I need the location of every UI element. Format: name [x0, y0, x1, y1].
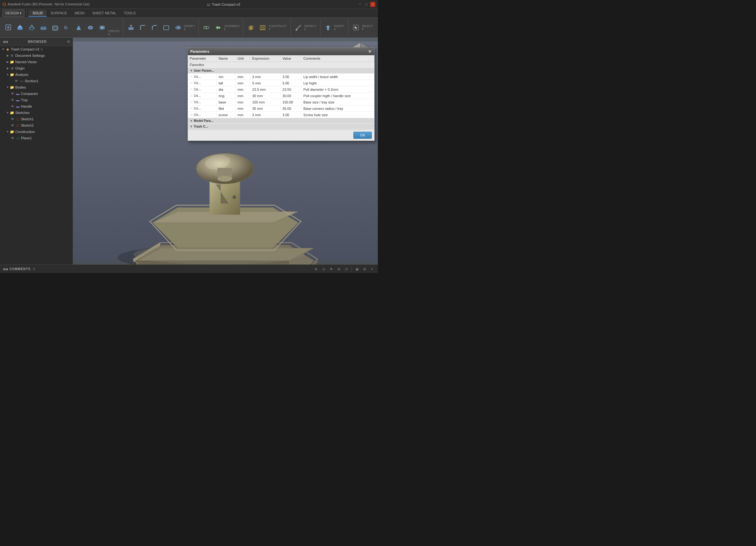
viewport[interactable]: Parameters ✕ Parameter Name Unit Express…	[73, 38, 378, 264]
collapse-icon[interactable]: ◀◀	[3, 40, 8, 44]
measure-button[interactable]	[293, 20, 304, 36]
tree-item-construction[interactable]: ▼ 📁 Construction	[0, 128, 73, 135]
bodies-expand-icon[interactable]: ▼	[6, 86, 10, 89]
param-base-comment[interactable]: Base size / tray size	[301, 99, 374, 105]
param-screw-star[interactable]: ☆ Us...	[188, 112, 216, 118]
param-screw-expr[interactable]: 3 mm	[250, 112, 280, 118]
param-tall-name[interactable]: tall	[216, 80, 235, 86]
midplane-button[interactable]	[257, 20, 268, 36]
tab-mesh[interactable]: MESH	[71, 10, 89, 17]
tab-tools[interactable]: TOOLS	[120, 10, 139, 17]
tree-item-document-settings[interactable]: ▶ ⚙ Document Settings	[0, 52, 73, 59]
tree-item-handle[interactable]: 👁 ▬ Handle	[0, 103, 73, 109]
param-base-star[interactable]: ☆ Us...	[188, 99, 216, 105]
param-ring-name[interactable]: ring	[216, 93, 235, 99]
param-dia-name[interactable]: dia	[216, 86, 235, 93]
param-filet-star[interactable]: ☆ Us...	[188, 105, 216, 112]
compactor-vis-icon[interactable]: 👁	[10, 91, 15, 96]
tab-surface[interactable]: SURFACE	[47, 10, 71, 17]
tree-item-bodies[interactable]: ▼ 📁 Bodies	[0, 84, 73, 90]
origin-expand-icon[interactable]: ▶	[6, 67, 10, 70]
pan-tool[interactable]: ✥	[328, 266, 334, 272]
shell-button[interactable]	[49, 20, 61, 36]
orbit-tool[interactable]: ⊕	[313, 266, 319, 272]
tab-sheet-metal[interactable]: SHEET METAL	[89, 10, 120, 17]
model-params-section-row[interactable]: ▼ Model Para...	[188, 118, 374, 124]
param-ring-star[interactable]: ☆ Us...	[188, 93, 216, 99]
shell-modify-button[interactable]	[161, 20, 172, 36]
sketch1-vis-icon[interactable]: 👁	[10, 117, 15, 121]
chamfer-button[interactable]	[149, 20, 160, 36]
tree-item-analysis[interactable]: ▼ 📁 Analysis	[0, 71, 73, 78]
joint-button[interactable]	[201, 20, 212, 36]
user-params-expand-icon[interactable]: ▼	[190, 69, 193, 72]
maximize-button[interactable]: □	[364, 2, 369, 7]
model-params-expand-icon[interactable]: ▼	[190, 119, 193, 122]
offset-plane-button[interactable]	[245, 20, 257, 36]
param-filet-name[interactable]: filet	[216, 105, 235, 112]
param-tall-star[interactable]: ☆ Us...	[188, 80, 216, 86]
close-button[interactable]: ✕	[370, 2, 375, 7]
tree-item-origin[interactable]: ▶ ⊕ Origin	[0, 65, 73, 71]
select-button[interactable]	[350, 20, 362, 36]
param-ring-expr[interactable]: 30 mm	[250, 93, 280, 99]
param-filet-expr[interactable]: 35 mm	[250, 105, 280, 112]
root-expand-icon[interactable]: ▼	[1, 48, 5, 51]
tree-root[interactable]: ▼ ◆ Trash Compact v3 ⚙	[0, 46, 73, 52]
create-form-button[interactable]	[85, 20, 96, 36]
param-tall-expr[interactable]: 5 mm	[250, 80, 280, 86]
create-more-button[interactable]	[96, 20, 108, 36]
zoom-tool[interactable]: ⊞	[336, 266, 342, 272]
sketches-expand-icon[interactable]: ▼	[6, 111, 10, 114]
tree-item-sketch1[interactable]: 👁 ⬡ Sketch1	[0, 116, 73, 122]
fillet-button[interactable]	[137, 20, 148, 36]
plane1-vis-icon[interactable]: 👁	[10, 136, 15, 140]
param-screw-comment[interactable]: Screw hole size	[301, 112, 374, 118]
params-titlebar[interactable]: Parameters ✕	[188, 48, 374, 55]
tree-item-compactor[interactable]: 👁 ▬ Compactor	[0, 90, 73, 97]
new-component-button[interactable]	[3, 20, 14, 36]
tree-item-tray[interactable]: 👁 ▬ Tray	[0, 97, 73, 103]
param-base-name[interactable]: base	[216, 99, 235, 105]
browser-options-icon[interactable]: ⚙	[67, 40, 70, 44]
view-options-tool[interactable]: ≡	[369, 266, 375, 272]
boundary-fill-button[interactable]	[73, 20, 84, 36]
fx-button[interactable]: fx	[61, 20, 73, 36]
minimize-button[interactable]: ─	[358, 2, 363, 7]
section1-vis-icon[interactable]: 👁	[14, 79, 18, 83]
param-base-expr[interactable]: 150 mm	[250, 99, 280, 105]
tree-item-named-views[interactable]: ▶ 📁 Named Views	[0, 59, 73, 65]
param-rim-name[interactable]: rim	[216, 74, 235, 80]
param-ring-comment[interactable]: Poll coupler higth / handle size	[301, 93, 374, 99]
design-button[interactable]: DESIGN ▾	[3, 10, 24, 17]
param-dia-star[interactable]: ☆ Us...	[188, 86, 216, 93]
revolve-button[interactable]	[26, 20, 37, 36]
param-screw-name[interactable]: screw	[216, 112, 235, 118]
tree-item-section1[interactable]: 👁 ▭ Section1	[0, 78, 73, 84]
named-views-expand-icon[interactable]: ▶	[6, 60, 10, 63]
root-options-icon[interactable]: ⚙	[40, 48, 43, 51]
params-close-button[interactable]: ✕	[368, 49, 372, 54]
motion-button[interactable]	[212, 20, 224, 36]
settings-expand-icon[interactable]: ▶	[6, 54, 10, 57]
tree-item-plane1[interactable]: 👁 ▱ Plane1	[0, 135, 73, 141]
press-pull-button[interactable]	[125, 20, 137, 36]
combine-button[interactable]	[172, 20, 184, 36]
comments-settings-icon[interactable]: ⚙	[32, 267, 36, 271]
param-dia-expr[interactable]: 23.5 mm	[250, 86, 280, 93]
insert-button[interactable]	[322, 20, 334, 36]
grid-toggle-tool[interactable]: ⊞	[361, 266, 368, 272]
sketch2-vis-icon[interactable]: 👁	[10, 123, 15, 128]
tab-solid[interactable]: SOLID	[29, 10, 47, 17]
user-params-section-row[interactable]: ▼ User Param...	[188, 68, 374, 74]
hole-button[interactable]	[38, 20, 49, 36]
param-rim-comment[interactable]: Lip widht / brace width	[301, 74, 374, 80]
ok-button[interactable]: OK	[353, 132, 372, 139]
param-rim-expr[interactable]: 3 mm	[250, 74, 280, 80]
trash-c-expand-icon[interactable]: ▼	[190, 125, 193, 128]
extrude-button[interactable]	[14, 20, 26, 36]
param-tall-comment[interactable]: Lip hight	[301, 80, 374, 86]
tree-item-sketch2[interactable]: 👁 ⬡ Sketch2	[0, 122, 73, 128]
handle-vis-icon[interactable]: 👁	[10, 104, 15, 108]
comments-expand-icon[interactable]: ◀◀	[3, 267, 8, 271]
